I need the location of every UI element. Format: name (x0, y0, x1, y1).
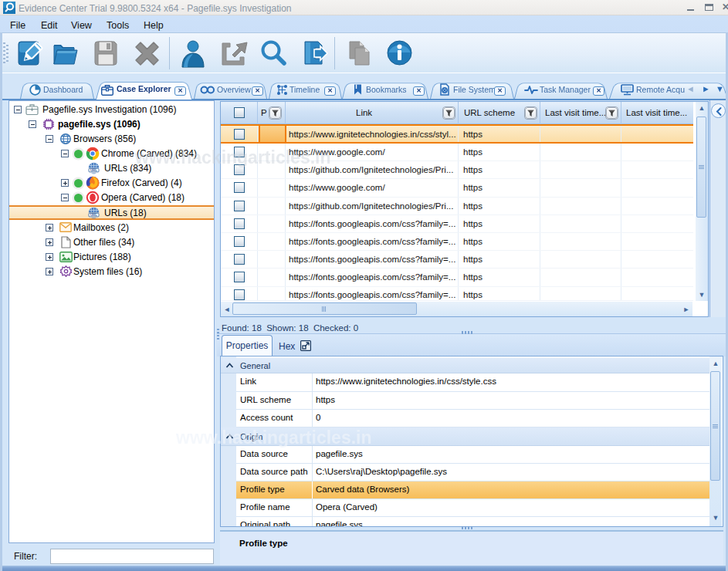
svg-text:URL: URL (90, 168, 97, 172)
svg-text:URL: URL (90, 213, 97, 217)
